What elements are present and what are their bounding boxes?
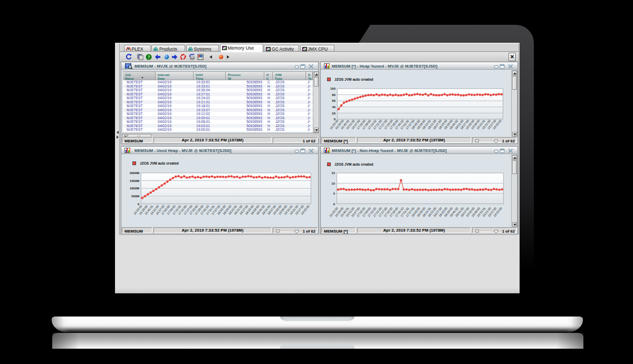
svg-text:40: 40 bbox=[332, 106, 335, 109]
svg-text:80: 80 bbox=[332, 93, 335, 97]
svg-text:1000M: 1000M bbox=[130, 187, 139, 190]
svg-text:1500M: 1500M bbox=[130, 179, 139, 183]
svg-text:15: 15 bbox=[331, 171, 335, 175]
svg-text:0: 0 bbox=[333, 203, 335, 206]
svg-text:500M: 500M bbox=[131, 195, 139, 198]
svg-text:5: 5 bbox=[333, 192, 335, 195]
svg-text:?: ? bbox=[147, 54, 149, 60]
svg-text:100: 100 bbox=[330, 87, 336, 90]
svg-text:10: 10 bbox=[331, 182, 335, 185]
svg-text:60: 60 bbox=[332, 99, 335, 102]
svg-text:20: 20 bbox=[332, 112, 335, 115]
svg-text:2000M: 2000M bbox=[130, 171, 139, 175]
